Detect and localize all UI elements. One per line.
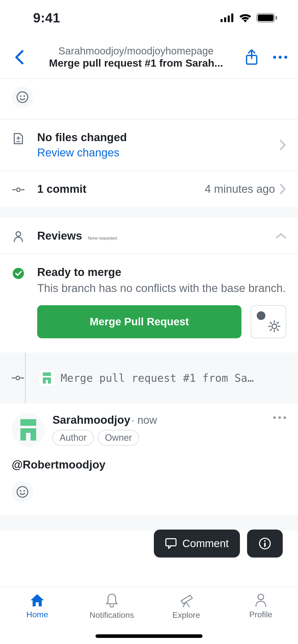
owner-badge: Owner bbox=[98, 430, 139, 446]
comment-item: Sarahmoodjoy · now Author Owner @Robertm… bbox=[0, 403, 298, 515]
svg-rect-37 bbox=[20, 419, 36, 426]
comment-button[interactable]: Comment bbox=[154, 530, 240, 558]
svg-point-49 bbox=[264, 540, 266, 542]
status-bar: 9:41 bbox=[0, 0, 298, 36]
merge-subtitle: This branch has no conflicts with the ba… bbox=[37, 281, 286, 296]
review-changes-link[interactable]: Review changes bbox=[37, 146, 119, 159]
merge-status-row: Ready to merge This branch has no confli… bbox=[0, 254, 298, 353]
reviews-row[interactable]: Reviews · None requested bbox=[0, 218, 298, 254]
bell-icon bbox=[105, 593, 119, 608]
status-indicators bbox=[221, 13, 278, 23]
svg-rect-2 bbox=[228, 16, 230, 22]
info-button[interactable] bbox=[247, 530, 283, 558]
home-indicator bbox=[96, 634, 202, 638]
merge-title: Ready to merge bbox=[37, 266, 286, 279]
person-icon bbox=[12, 229, 24, 242]
svg-rect-50 bbox=[264, 543, 266, 547]
comment-author-avatar[interactable] bbox=[12, 414, 45, 447]
svg-line-27 bbox=[270, 329, 272, 330]
battery-icon bbox=[256, 13, 278, 23]
nav-page-title: Merge pull request #1 from Sarah... bbox=[31, 57, 241, 69]
telescope-icon bbox=[179, 593, 194, 608]
merge-pull-request-button[interactable]: Merge Pull Request bbox=[37, 305, 241, 338]
svg-point-18 bbox=[13, 268, 24, 279]
section-separator bbox=[0, 207, 298, 218]
author-badge: Author bbox=[52, 430, 94, 446]
tab-home[interactable]: Home bbox=[0, 587, 75, 644]
svg-point-42 bbox=[278, 416, 281, 419]
svg-rect-47 bbox=[166, 539, 176, 546]
reviews-status: · None requested bbox=[86, 236, 117, 241]
svg-rect-32 bbox=[43, 372, 51, 376]
files-changed-row[interactable]: No files changed Review changes bbox=[0, 119, 298, 171]
commits-row[interactable]: 1 commit 4 minutes ago bbox=[0, 171, 298, 207]
svg-rect-0 bbox=[221, 19, 223, 22]
svg-point-28 bbox=[16, 376, 20, 380]
comment-more-button[interactable] bbox=[273, 414, 286, 419]
status-time: 9:41 bbox=[33, 10, 60, 25]
svg-point-13 bbox=[23, 95, 25, 97]
svg-rect-35 bbox=[43, 377, 51, 380]
reviews-label: Reviews bbox=[37, 229, 82, 242]
svg-point-45 bbox=[20, 490, 21, 492]
add-reaction-button[interactable] bbox=[12, 481, 33, 503]
wifi-icon bbox=[239, 13, 252, 22]
commit-author-avatar bbox=[39, 370, 55, 386]
home-icon bbox=[30, 593, 45, 607]
merge-options-button[interactable] bbox=[251, 305, 286, 338]
reaction-bar bbox=[0, 79, 298, 119]
comment-body: @Robertmoodjoy bbox=[12, 458, 286, 471]
svg-point-19 bbox=[272, 324, 277, 329]
add-reaction-button[interactable] bbox=[12, 86, 33, 108]
chevron-right-icon bbox=[280, 140, 286, 150]
comment-button-label: Comment bbox=[182, 537, 229, 550]
svg-point-43 bbox=[283, 416, 286, 419]
svg-rect-3 bbox=[231, 13, 233, 22]
section-separator bbox=[0, 515, 298, 531]
check-circle-icon bbox=[12, 266, 24, 280]
svg-point-41 bbox=[273, 416, 276, 419]
svg-line-26 bbox=[277, 322, 278, 324]
svg-point-12 bbox=[20, 95, 21, 97]
svg-point-46 bbox=[23, 490, 25, 492]
diff-icon bbox=[12, 131, 24, 145]
svg-line-24 bbox=[270, 322, 272, 324]
svg-line-52 bbox=[186, 602, 189, 607]
tab-label: Notifications bbox=[90, 610, 134, 620]
commit-message: Merge pull request #1 from Sa… bbox=[61, 372, 286, 384]
nav-title-area: Sarahmoodjoy/moodjoyhomepage Merge pull … bbox=[28, 45, 244, 69]
files-changed-title: No files changed bbox=[37, 131, 280, 144]
commit-time-ago: 4 minutes ago bbox=[205, 183, 280, 195]
svg-rect-1 bbox=[224, 17, 226, 22]
svg-point-10 bbox=[284, 56, 287, 59]
chevron-right-icon bbox=[280, 184, 286, 194]
svg-point-9 bbox=[279, 56, 282, 59]
comment-author-name[interactable]: Sarahmoodjoy bbox=[52, 414, 130, 426]
svg-point-14 bbox=[17, 188, 20, 192]
tab-bar: Home Notifications Explore Profile bbox=[0, 587, 298, 644]
svg-point-53 bbox=[258, 594, 264, 600]
person-icon bbox=[254, 593, 267, 607]
tab-label: Profile bbox=[249, 610, 272, 619]
share-button[interactable] bbox=[244, 50, 259, 65]
chevron-up-icon bbox=[276, 232, 286, 239]
nav-repo-path: Sarahmoodjoy/moodjoyhomepage bbox=[31, 45, 241, 57]
tab-label: Explore bbox=[172, 610, 200, 620]
svg-rect-5 bbox=[258, 14, 274, 21]
back-button[interactable] bbox=[10, 50, 28, 65]
comment-timestamp: · now bbox=[131, 414, 157, 426]
more-button[interactable] bbox=[273, 50, 288, 65]
commit-count-label: 1 commit bbox=[37, 183, 86, 195]
nav-bar: Sarahmoodjoy/moodjoyhomepage Merge pull … bbox=[0, 36, 298, 79]
svg-point-44 bbox=[17, 487, 28, 497]
svg-line-25 bbox=[277, 329, 278, 330]
svg-point-11 bbox=[17, 92, 28, 103]
svg-rect-40 bbox=[20, 428, 36, 433]
commit-timeline-item[interactable]: Merge pull request #1 from Sa… bbox=[0, 353, 298, 403]
floating-action-bar: Comment bbox=[154, 530, 283, 558]
commit-icon bbox=[12, 372, 24, 384]
svg-rect-6 bbox=[276, 16, 277, 20]
tab-profile[interactable]: Profile bbox=[224, 587, 298, 644]
tab-label: Home bbox=[26, 610, 48, 619]
comment-icon bbox=[165, 538, 177, 549]
